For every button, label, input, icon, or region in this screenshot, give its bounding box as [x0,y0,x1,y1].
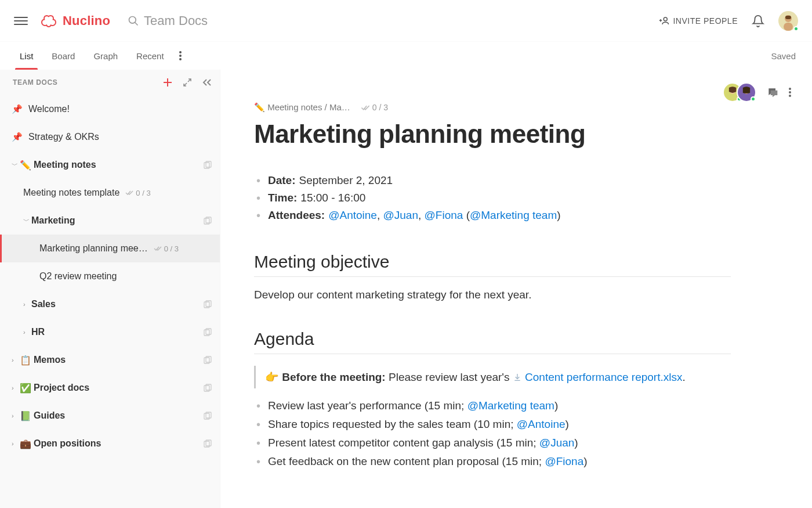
pin-icon: 📌 [12,132,23,142]
svg-point-0 [129,16,136,23]
svg-rect-6 [784,23,793,31]
chevron-right-icon: › [23,301,31,308]
section-heading-agenda[interactable]: Agenda [254,329,731,354]
pencil-icon: ✏️ [20,160,31,171]
search-icon [128,15,139,27]
chevron-right-icon: › [12,356,20,363]
doc-icon [204,217,212,225]
comments-button[interactable] [767,87,778,98]
menu-button[interactable] [14,14,28,28]
sidebar-item-strategy[interactable]: 📌 Strategy & OKRs [0,123,220,151]
sidebar-item-project-docs[interactable]: › ✅ Project docs [0,374,220,402]
sidebar-title: TEAM DOCS [13,78,163,87]
mention[interactable]: @Juan [539,437,575,449]
doc-icon [204,412,212,420]
tab-graph[interactable]: Graph [84,42,127,70]
mention[interactable]: @Fiona [425,209,463,221]
sidebar-item-meeting-notes[interactable]: ﹀ ✏️ Meeting notes [0,151,220,179]
mention[interactable]: @Marketing team [467,399,554,412]
save-status: Saved [771,51,796,61]
book-icon: 📗 [20,410,31,421]
sidebar-item-meeting-notes-template[interactable]: Meeting notes template 0 / 3 [0,179,220,207]
expand-button[interactable] [183,78,192,87]
svg-rect-7 [785,16,791,19]
page-title[interactable]: Marketing planning meeting [254,120,731,149]
svg-point-35 [789,95,791,97]
invite-people-button[interactable]: INVITE PEOPLE [659,16,738,26]
search-input[interactable]: Team Docs [128,13,208,28]
tabs-more-button[interactable] [173,51,187,60]
logo-text: Nuclino [63,13,110,28]
sidebar-item-guides[interactable]: › 📗 Guides [0,402,220,430]
tab-recent[interactable]: Recent [127,42,173,70]
task-count: 0 / 3 [361,103,388,112]
attachment-link[interactable]: Content performance report.xlsx [513,371,683,383]
check-double-icon [154,246,162,251]
chevron-right-icon: › [12,412,20,419]
more-vert-icon [179,51,182,60]
sidebar-item-memos[interactable]: › 📋 Memos [0,346,220,374]
mention[interactable]: @Antoine [328,209,377,221]
add-item-button[interactable] [163,78,172,87]
agenda-item: Present latest competitor content gap an… [254,434,731,452]
callout[interactable]: 👉 Before the meeting: Please review last… [254,366,731,388]
mention[interactable]: @Marketing team [470,209,557,221]
logo[interactable]: Nuclino [41,13,110,28]
mention[interactable]: @Antoine [517,418,566,430]
chevron-right-icon: › [12,384,20,391]
agenda-item: Review last year's performance (15 min; … [254,397,731,415]
svg-point-8 [179,51,182,53]
mention[interactable]: @Fiona [545,455,583,467]
check-icon: ✅ [20,383,31,394]
chevron-double-left-icon [202,78,212,87]
task-count: 0 / 3 [125,189,150,197]
meeting-meta[interactable]: Date: September 2, 2021 Time: 15:00 - 16… [254,172,731,224]
agenda-item: Share topics requested by the sales team… [254,415,731,434]
chevron-right-icon: › [12,440,20,447]
notifications-button[interactable] [752,15,764,27]
doc-icon [204,384,212,392]
svg-line-1 [135,22,138,25]
breadcrumb[interactable]: ✏️ Meeting notes / Ma… [254,102,350,113]
sidebar-item-open-positions[interactable]: › 💼 Open positions [0,430,220,457]
sidebar-item-hr[interactable]: › HR [0,318,220,346]
briefcase-icon: 💼 [20,438,31,449]
doc-icon [204,328,212,336]
bell-icon [752,15,764,27]
more-vert-icon [789,88,791,97]
check-double-icon [125,190,133,196]
chat-icon [767,87,778,98]
sidebar-item-welcome[interactable]: 📌 Welcome! [0,95,220,123]
svg-point-34 [789,91,791,93]
objective-text[interactable]: Develop our content marketing strategy f… [254,289,731,301]
doc-more-button[interactable] [789,88,791,97]
svg-point-2 [664,17,668,21]
doc-icon [204,300,212,308]
tab-board[interactable]: Board [42,42,84,70]
sidebar-item-sales[interactable]: › Sales [0,290,220,318]
expand-icon [183,78,192,87]
collapse-button[interactable] [202,78,212,87]
pointing-right-icon: 👉 [265,371,279,383]
doc-icon [204,439,212,448]
svg-point-9 [179,55,182,57]
user-avatar[interactable] [778,11,798,31]
memo-icon: 📋 [20,355,31,366]
collaborator-avatar[interactable] [737,82,756,102]
sidebar-item-marketing-planning[interactable]: Marketing planning mee… 0 / 3 [0,235,220,262]
tab-list[interactable]: List [10,42,42,70]
mention[interactable]: @Juan [383,209,418,221]
svg-point-33 [789,88,791,90]
pencil-icon: ✏️ [254,102,265,112]
doc-icon [204,356,212,364]
sidebar-item-q2-review[interactable]: Q2 review meeting [0,262,220,290]
agenda-list[interactable]: Review last year's performance (15 min; … [254,397,731,471]
chevron-down-icon: ﹀ [12,161,20,170]
task-count: 0 / 3 [154,244,179,253]
invite-icon [659,16,669,26]
brain-icon [41,15,58,27]
chevron-down-icon: ﹀ [23,217,31,225]
collaborators [723,82,756,102]
sidebar-item-marketing[interactable]: ﹀ Marketing [0,207,220,235]
section-heading-objective[interactable]: Meeting objective [254,252,731,277]
